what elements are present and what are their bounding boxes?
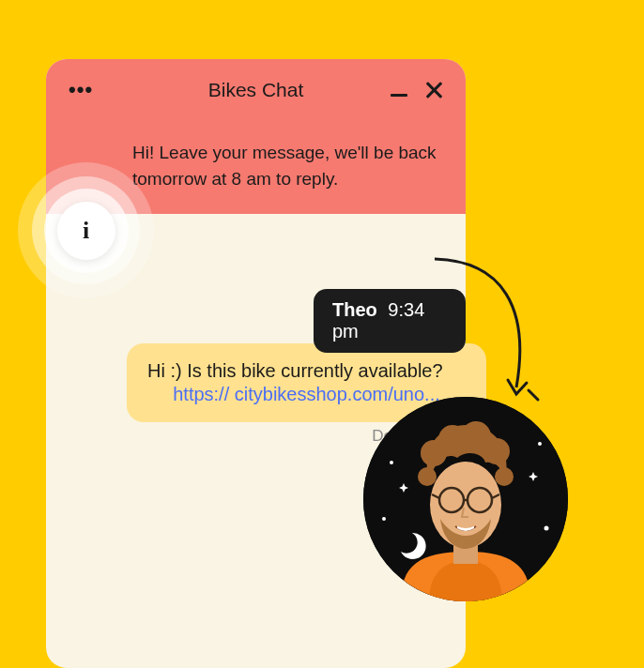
sender-badge: Theo 9:34 pm (314, 289, 466, 353)
svg-point-4 (382, 517, 386, 521)
info-badge: i (18, 162, 154, 298)
minimize-icon[interactable] (391, 94, 407, 97)
sender-name: Theo (332, 299, 377, 320)
user-avatar (363, 397, 568, 601)
svg-point-1 (390, 461, 393, 464)
svg-point-3 (544, 526, 549, 531)
info-icon: i (57, 202, 115, 260)
svg-point-12 (495, 467, 514, 486)
close-icon[interactable] (424, 81, 443, 99)
header-top: ••• Bikes Chat (69, 76, 443, 104)
window-controls (391, 81, 443, 99)
svg-point-11 (418, 467, 437, 486)
svg-point-2 (538, 442, 542, 446)
message-link[interactable]: https:// citybikesshop.com/uno... (147, 384, 466, 405)
message-text: Hi :) Is this bike currently available? (147, 360, 443, 381)
svg-point-10 (483, 438, 510, 464)
more-icon[interactable]: ••• (69, 78, 93, 102)
greeting-text: Hi! Leave your message, we'll be back to… (132, 140, 442, 191)
chat-title: Bikes Chat (208, 79, 304, 101)
